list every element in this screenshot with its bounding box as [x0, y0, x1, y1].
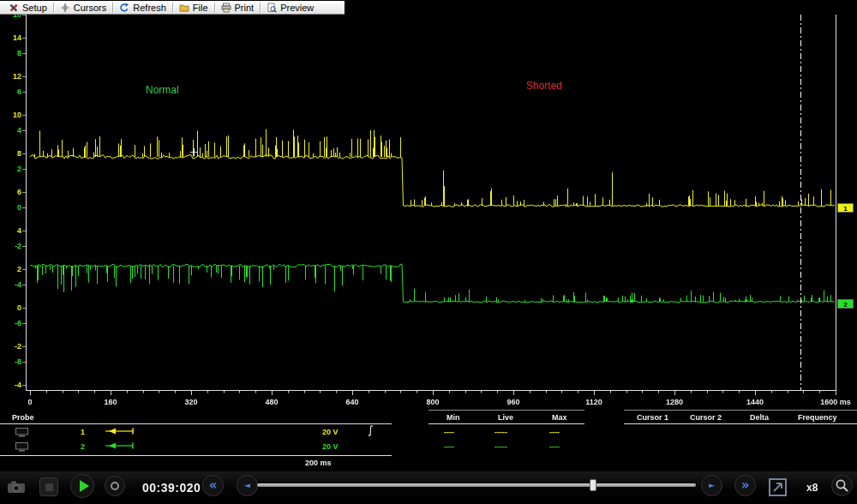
cursor2-header: Cursor 2 [690, 413, 722, 422]
play-button[interactable] [70, 474, 94, 498]
y-axis-label: 4 [17, 226, 21, 235]
camera-icon [7, 480, 26, 494]
file-button[interactable]: File [173, 1, 214, 14]
cursors-icon [60, 3, 70, 13]
y-axis-label: 14 [13, 33, 21, 42]
annotation-shorted: Shorted [526, 80, 562, 92]
transport-bar: 00:39:020 « ◄ ► » x8 [0, 471, 857, 504]
step-forward-icon: ► [709, 482, 715, 489]
snapshot-button[interactable] [768, 477, 788, 500]
x-axis-label: 160 [104, 398, 117, 406]
x-axis-label: 320 [184, 398, 197, 406]
slider-thumb[interactable] [590, 479, 596, 491]
y-axis-label: -8 [15, 357, 21, 366]
divider [0, 455, 392, 456]
y-axis-label: 2 [17, 265, 21, 273]
frequency-header: Frequency [798, 413, 837, 422]
y-axis-label: -6 [15, 319, 21, 327]
y-axis-label: 10 [13, 15, 21, 19]
snapshot-icon [768, 477, 788, 497]
cursors-label: Cursors [74, 3, 107, 13]
timebase-label[interactable]: 200 ms [305, 459, 332, 467]
channel-2-number: 2 [81, 442, 85, 451]
waveform-canvas[interactable] [0, 15, 857, 410]
step-forward-button[interactable]: ► [701, 475, 722, 496]
y-axis-label: 6 [17, 188, 21, 196]
cursors-button[interactable]: Cursors [54, 1, 113, 14]
probe-header: Probe [12, 413, 34, 422]
setup-button[interactable]: Setup [3, 1, 53, 14]
skip-back-button[interactable]: « [202, 475, 224, 496]
elapsed-time: 00:39:020 [142, 481, 201, 495]
channel-1-enable-toggle[interactable] [15, 427, 28, 440]
y-axis-label: -4 [15, 381, 21, 389]
channel-1-min: ---- [444, 428, 454, 436]
channel-2-enable-toggle[interactable] [15, 441, 28, 454]
print-label: Print [235, 3, 255, 13]
preview-button[interactable]: Preview [261, 1, 320, 14]
step-back-button[interactable]: ◄ [237, 475, 258, 496]
play-icon [80, 480, 89, 492]
preview-label: Preview [280, 3, 314, 13]
y-axis-label: -2 [15, 242, 21, 250]
measurements-panel: Probe Min Live Max Cursor 1 Cursor 2 Del… [0, 410, 857, 471]
x-axis-label: 1600 ms [820, 398, 851, 406]
time-cursor-line[interactable] [800, 15, 801, 390]
playback-slider[interactable] [257, 483, 696, 487]
zoom-level-label: x8 [806, 482, 818, 494]
record-icon [111, 482, 119, 490]
channel-1-marker[interactable]: 1 [837, 203, 854, 213]
divider [0, 423, 392, 424]
skip-forward-icon: » [741, 479, 750, 492]
file-label: File [193, 3, 208, 13]
channel-1-number: 1 [81, 428, 85, 436]
channel-2-probe-icon[interactable] [105, 441, 135, 452]
monitor-icon [15, 428, 28, 437]
file-icon [179, 3, 189, 13]
stop-button[interactable] [39, 477, 58, 496]
y-axis-label: 8 [17, 149, 21, 158]
divider [624, 410, 857, 411]
y-axis-label: 10 [13, 111, 21, 119]
y-axis-label: 0 [17, 203, 21, 212]
camera-button[interactable] [7, 480, 26, 496]
x-axis-label: 960 [506, 398, 519, 406]
channel-1-probe-icon[interactable] [105, 427, 135, 437]
x-axis-label: 1440 [746, 398, 764, 406]
y-axis-label: -2 [15, 342, 21, 351]
channel-1-range[interactable]: 20 V [322, 428, 339, 436]
channel-1-coupling[interactable]: ∫ [368, 423, 374, 436]
print-button[interactable]: Print [215, 1, 261, 14]
stop-icon [45, 483, 53, 491]
monitor-icon [15, 442, 28, 452]
x-axis-label: 480 [265, 398, 278, 406]
x-axis-label: 800 [426, 398, 439, 406]
min-header: Min [446, 413, 460, 422]
preview-icon [267, 3, 277, 13]
channel-2-range[interactable]: 20 V [322, 442, 339, 451]
cursor1-header: Cursor 1 [637, 413, 668, 422]
y-axis-label: 6 [17, 87, 21, 96]
divider [624, 423, 857, 424]
y-axis-label: 12 [13, 72, 21, 81]
print-icon [221, 3, 231, 13]
record-button[interactable] [105, 476, 125, 496]
channel-2-min: ---- [444, 442, 454, 451]
divider [428, 410, 584, 411]
magnifier-icon [835, 478, 849, 493]
x-axis-label: 640 [345, 398, 358, 406]
zoom-button[interactable] [831, 475, 853, 496]
y-axis-labels: 1614121086420-2-41086420-2-4-6-8 [0, 15, 24, 390]
x-axis-label: 1120 [585, 398, 602, 406]
main-toolbar: Setup Cursors Refresh File [0, 0, 345, 15]
refresh-button[interactable]: Refresh [113, 1, 172, 14]
channel-2-marker[interactable]: 2 [837, 299, 854, 309]
plot-area: 1614121086420-2-41086420-2-4-6-8 0160320… [0, 15, 857, 410]
skip-forward-button[interactable]: » [734, 475, 756, 496]
x-axis-label: 1280 [666, 398, 683, 406]
oscilloscope-app: Setup Cursors Refresh File [0, 0, 857, 504]
channel-1-live: ----- [494, 428, 507, 436]
refresh-icon [119, 3, 129, 13]
channel-2-max: ---- [549, 442, 560, 451]
delta-header: Delta [750, 413, 769, 422]
